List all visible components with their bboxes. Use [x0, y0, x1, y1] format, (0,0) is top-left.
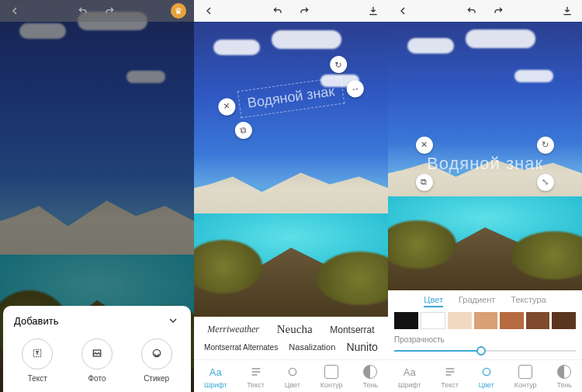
bottom-tabs: AaШрифт Текст Цвет Контур Тень: [388, 359, 582, 392]
tab-shadow[interactable]: Тень: [556, 365, 572, 389]
opacity-slider[interactable]: [394, 345, 576, 356]
image-canvas[interactable]: Водяной знак ✕ ↻ ↔ ⧉: [194, 22, 388, 317]
collapse-icon[interactable]: [166, 314, 180, 328]
color-swatch[interactable]: [526, 312, 550, 329]
redo-icon[interactable]: [297, 4, 311, 18]
font-option[interactable]: Nunito: [346, 341, 377, 353]
redo-icon[interactable]: [491, 4, 505, 18]
delete-handle[interactable]: ✕: [416, 137, 433, 154]
sticker-icon: [151, 347, 163, 361]
undo-icon[interactable]: [76, 4, 90, 18]
tab-font[interactable]: AaШрифт: [398, 365, 421, 389]
screen-add: ♛ Добавить Текст Фото Стикер: [0, 0, 194, 392]
tab-shadow[interactable]: Тень: [362, 365, 378, 389]
add-sticker-button[interactable]: Стикер: [141, 338, 172, 383]
font-option[interactable]: Neucha: [277, 323, 313, 336]
back-icon[interactable]: [396, 4, 410, 18]
tab-outline[interactable]: Контур: [320, 365, 343, 389]
toolbar: [194, 0, 388, 22]
resize-handle[interactable]: ⤡: [537, 174, 554, 191]
screen-color: Водяной знак ✕ ↻ ⧉ ⤡ Цвет Градиент Текст…: [388, 0, 582, 392]
copy-handle[interactable]: ⧉: [416, 174, 433, 191]
photo-icon: [91, 347, 103, 361]
tab-color[interactable]: Цвет: [285, 365, 300, 389]
font-option[interactable]: Merriweather: [207, 324, 259, 335]
opacity-label: Прозрачность: [394, 335, 576, 344]
bottom-tabs: AaШрифт Текст Цвет Контур Тень: [194, 359, 388, 392]
color-swatch[interactable]: [394, 312, 418, 329]
redo-icon[interactable]: [102, 4, 116, 18]
tab-font[interactable]: AaШрифт: [204, 365, 227, 389]
font-option[interactable]: Nasalization: [289, 342, 335, 352]
rotate-handle[interactable]: ↻: [537, 137, 554, 154]
text-icon: [31, 347, 43, 361]
color-tab-gradient[interactable]: Градиент: [459, 295, 495, 307]
back-icon[interactable]: [8, 4, 22, 18]
add-text-button[interactable]: Текст: [22, 338, 53, 383]
font-picker: Merriweather Neucha Montserrat Montserra…: [194, 317, 388, 359]
font-option[interactable]: Montserrat Alternates: [204, 343, 278, 352]
color-panel: Цвет Градиент Текстура Прозрачность: [388, 290, 582, 359]
undo-icon[interactable]: [271, 4, 285, 18]
color-swatch[interactable]: [421, 312, 446, 329]
tab-text[interactable]: Текст: [247, 365, 265, 389]
tab-outline[interactable]: Контур: [514, 365, 537, 389]
add-photo-button[interactable]: Фото: [81, 338, 113, 383]
color-swatch[interactable]: [448, 312, 472, 329]
swatch-row: [394, 312, 576, 329]
toolbar: [388, 0, 582, 22]
add-sheet: Добавить Текст Фото Стикер: [3, 306, 191, 392]
color-swatch[interactable]: [500, 312, 524, 329]
download-icon[interactable]: [560, 4, 574, 18]
color-swatch[interactable]: [474, 312, 498, 329]
font-option[interactable]: Montserrat: [330, 324, 374, 335]
watermark-text[interactable]: Водяной знак ✕ ↻ ⧉ ⤡: [427, 154, 543, 174]
color-swatch[interactable]: [552, 312, 576, 329]
tab-text[interactable]: Текст: [441, 365, 459, 389]
screen-font: Водяной знак ✕ ↻ ↔ ⧉ Merriweather Neucha…: [194, 0, 388, 392]
svg-point-3: [289, 368, 296, 375]
back-icon[interactable]: [202, 4, 216, 18]
download-icon[interactable]: [366, 4, 380, 18]
color-tab-color[interactable]: Цвет: [424, 295, 443, 307]
sheet-title: Добавить: [14, 315, 58, 327]
image-canvas[interactable]: Водяной знак ✕ ↻ ⧉ ⤡: [388, 22, 582, 290]
premium-icon[interactable]: ♛: [171, 3, 186, 19]
undo-icon[interactable]: [465, 4, 479, 18]
color-tab-texture[interactable]: Текстура: [511, 295, 546, 307]
svg-point-4: [483, 368, 490, 375]
tab-color[interactable]: Цвет: [479, 365, 494, 389]
